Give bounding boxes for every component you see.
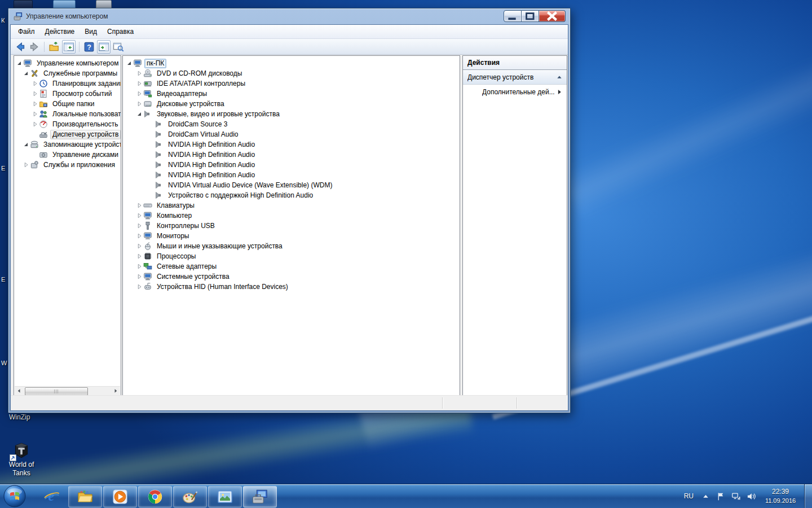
language-indicator[interactable]: RU [684, 492, 694, 500]
expand-arrow-icon[interactable] [31, 80, 39, 87]
device-item-computer[interactable]: Компьютер [123, 211, 460, 221]
partial-desktop-icon[interactable] [53, 0, 76, 8]
winzip-desktop-icon-label[interactable]: WinZip [9, 413, 30, 421]
help-icon[interactable]: ? [83, 41, 95, 53]
taskbar-button-computer-management[interactable] [243, 486, 277, 507]
volume-icon[interactable] [747, 492, 756, 501]
scrollbar-thumb[interactable] [25, 387, 88, 396]
horizontal-scrollbar[interactable] [15, 386, 120, 396]
expand-arrow-icon[interactable] [135, 100, 143, 108]
device-item-hd-audio-device[interactable]: Устройство с поддержкой High Definition … [123, 190, 460, 200]
device-item-network-adapters[interactable]: Сетевые адаптеры [123, 261, 460, 271]
expand-arrow-icon[interactable] [135, 90, 143, 98]
expand-arrow-icon[interactable] [135, 202, 143, 209]
back-icon[interactable] [14, 41, 27, 53]
console-tree-item-event-viewer[interactable]: Просмотр событий [14, 89, 121, 99]
device-item-disk-devices[interactable]: Дисковые устройства [123, 99, 460, 109]
console-tree-item-disk-management[interactable]: Управление дисками [14, 150, 121, 160]
expand-arrow-icon[interactable] [31, 110, 39, 118]
action-more-actions[interactable]: Дополнительные дей... [463, 85, 567, 99]
expand-arrow-icon[interactable] [135, 252, 143, 260]
taskbar-button-media-player[interactable] [103, 486, 137, 507]
device-item-nvidia-hd-audio-3[interactable]: NVIDIA High Definition Audio [123, 160, 460, 170]
device-item-keyboards[interactable]: Клавиатуры [123, 200, 460, 211]
console-tree-item-computer-management-root[interactable]: Управление компьютером (л [14, 58, 121, 68]
expand-arrow-icon[interactable] [135, 283, 143, 291]
device-item-video-adapters[interactable]: Видеоадаптеры [123, 89, 460, 99]
hidden-icons-icon[interactable] [701, 492, 710, 501]
network-icon[interactable] [731, 492, 741, 501]
console-tree-item-services-apps[interactable]: Службы и приложения [14, 160, 121, 170]
device-item-nvidia-hd-audio-1[interactable]: NVIDIA High Definition Audio [123, 139, 460, 150]
console-tree-item-device-manager[interactable]: Диспетчер устройств [14, 129, 121, 139]
console-tree-item-storage[interactable]: Запоминающие устройст [14, 139, 121, 150]
device-item-ide-ata[interactable]: IDE ATA/ATAPI контроллеры [123, 78, 460, 89]
device-item-monitors[interactable]: Мониторы [123, 231, 460, 241]
expand-arrow-icon[interactable] [135, 80, 143, 87]
export-list-icon[interactable] [48, 41, 60, 53]
console-tree-item-system-tools[interactable]: Служебные программы [14, 68, 121, 78]
title-bar[interactable]: Управление компьютером [8, 8, 570, 24]
world-of-tanks-icon-label[interactable]: World ofTanks [0, 461, 43, 478]
taskbar-button-chrome[interactable] [138, 486, 172, 507]
action-center-flag-icon[interactable] [716, 492, 726, 501]
expand-arrow-icon[interactable] [135, 222, 143, 230]
device-item-pc-root[interactable]: пк-ПК [123, 58, 460, 68]
expand-arrow-icon[interactable] [135, 262, 143, 270]
console-tree-item-shared-folders[interactable]: Общие папки [14, 99, 121, 109]
expand-arrow-icon[interactable] [31, 120, 39, 128]
close-button[interactable] [539, 10, 566, 22]
collapse-twisty-icon[interactable] [15, 59, 23, 67]
maximize-button[interactable] [522, 10, 539, 22]
collapse-arrow-icon[interactable] [555, 73, 563, 81]
taskbar-button-windows-explorer[interactable] [68, 486, 102, 507]
collapse-twisty-icon[interactable] [22, 141, 30, 148]
start-button[interactable] [3, 485, 26, 507]
taskbar-button-internet-explorer[interactable]: e [35, 486, 68, 506]
device-item-hid-devices[interactable]: Устройства HID (Human Interface Devices) [123, 282, 460, 292]
device-item-sound-video-game[interactable]: Звуковые, видео и игровые устройства [123, 109, 460, 119]
submenu-arrow-icon[interactable] [555, 88, 563, 96]
device-item-processors[interactable]: Процессоры [123, 251, 460, 261]
expand-arrow-icon[interactable] [31, 100, 39, 108]
expand-arrow-icon[interactable] [135, 273, 143, 281]
menu-help[interactable]: Справка [102, 26, 139, 37]
show-console-tree-icon[interactable] [62, 40, 76, 54]
menu-file[interactable]: Файл [13, 26, 40, 37]
menu-action[interactable]: Действие [40, 26, 80, 37]
expand-arrow-icon[interactable] [135, 69, 143, 77]
taskbar-button-paint[interactable] [173, 486, 207, 507]
window-search-icon[interactable] [112, 41, 125, 53]
show-desktop-button[interactable] [804, 484, 812, 508]
collapse-twisty-icon[interactable] [135, 110, 143, 118]
device-item-mice[interactable]: Мыши и иные указывающие устройства [123, 241, 460, 251]
device-item-dvd-cdrom[interactable]: DVD и CD-ROM дисководы [123, 68, 460, 78]
scroll-right-icon[interactable] [111, 387, 120, 395]
device-item-droidcam-source-3[interactable]: DroidCam Source 3 [123, 119, 460, 129]
device-item-nvidia-virtual-audio[interactable]: NVIDIA Virtual Audio Device (Wave Extens… [123, 180, 460, 190]
forward-icon[interactable] [28, 41, 41, 53]
expand-arrow-icon[interactable] [135, 212, 143, 220]
partial-desktop-icon[interactable] [96, 0, 112, 8]
device-item-nvidia-hd-audio-4[interactable]: NVIDIA High Definition Audio [123, 170, 460, 180]
show-action-pane-icon[interactable] [97, 40, 111, 54]
collapse-twisty-icon[interactable] [22, 69, 30, 77]
collapse-twisty-icon[interactable] [125, 59, 133, 67]
scroll-left-icon[interactable] [15, 387, 24, 395]
minimize-button[interactable] [504, 10, 522, 22]
action-device-manager-section[interactable]: Диспетчер устройств [463, 70, 567, 85]
expand-arrow-icon[interactable] [135, 232, 143, 240]
console-tree-item-performance[interactable]: Производительность [14, 119, 121, 129]
device-item-system-devices[interactable]: Системные устройства [123, 271, 460, 282]
expand-arrow-icon[interactable] [22, 161, 30, 169]
clock[interactable]: 22:39 11.09.2016 [759, 488, 802, 505]
device-item-nvidia-hd-audio-2[interactable]: NVIDIA High Definition Audio [123, 150, 460, 160]
console-tree-item-task-scheduler[interactable]: Планировщик заданий [14, 78, 121, 89]
console-tree-item-local-users[interactable]: Локальные пользовате [14, 109, 121, 119]
partial-desktop-icon[interactable] [14, 0, 33, 8]
expand-arrow-icon[interactable] [31, 90, 39, 98]
device-item-usb-controllers[interactable]: Контроллеры USB [123, 221, 460, 231]
menu-view[interactable]: Вид [80, 26, 102, 37]
expand-arrow-icon[interactable] [135, 242, 143, 250]
taskbar-button-photo-viewer[interactable] [208, 486, 242, 507]
